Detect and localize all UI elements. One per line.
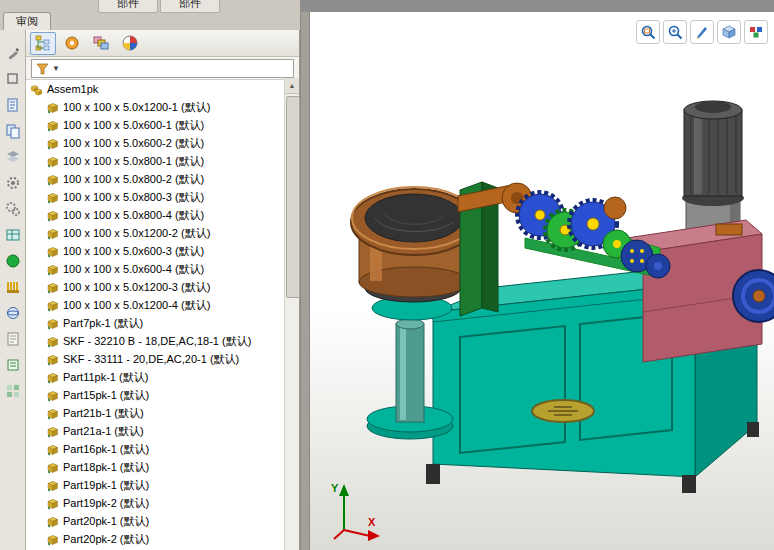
part-icon (46, 479, 59, 492)
tree-filter-dropdown[interactable]: ▼ (31, 59, 294, 78)
tree-item-label: 100 x 100 x 5.0x600-4 (默认) (63, 262, 204, 277)
gear-icon[interactable] (4, 174, 22, 192)
component-button[interactable]: 部件 (160, 0, 220, 13)
tree-item[interactable]: 100 x 100 x 5.0x800-3 (默认) (26, 188, 284, 206)
tree-item[interactable]: Part19pk-1 (默认) (26, 476, 284, 494)
tab-review[interactable]: 审阅 (3, 12, 51, 30)
scrollbar-thumb[interactable] (286, 96, 300, 298)
part-icon (46, 101, 59, 114)
part-icon (46, 317, 59, 330)
tree-item-list: 100 x 100 x 5.0x1200-1 (默认) 100 x 100 x … (26, 98, 284, 548)
part-icon (46, 425, 59, 438)
part-icon (46, 461, 59, 474)
note-icon[interactable] (4, 330, 22, 348)
tree-scrollbar[interactable]: ▲ (284, 78, 299, 550)
tree-item-label: 100 x 100 x 5.0x600-3 (默认) (63, 244, 204, 259)
tree-item[interactable]: 100 x 100 x 5.0x1200-3 (默认) (26, 278, 284, 296)
viewport-top-strip (300, 0, 774, 12)
view-orientation-icon[interactable] (717, 20, 741, 44)
gear-train[interactable] (502, 183, 670, 278)
tree-item[interactable]: Part20pk-1 (默认) (26, 512, 284, 530)
assembly-icon (30, 83, 43, 96)
tree-item[interactable]: 100 x 100 x 5.0x1200-1 (默认) (26, 98, 284, 116)
tree-item[interactable]: 100 x 100 x 5.0x600-2 (默认) (26, 134, 284, 152)
part-icon (46, 497, 59, 510)
sphere-icon[interactable] (4, 304, 22, 322)
layers-icon[interactable] (4, 148, 22, 166)
part-icon (46, 443, 59, 456)
zoom-to-area-icon[interactable] (636, 20, 660, 44)
featuremanager-panel: ▼ Assem1pk 100 x 100 x 5.0x1200-1 (26, 30, 300, 550)
tree-item[interactable]: 100 x 100 x 5.0x600-1 (默认) (26, 116, 284, 134)
tree-filter-row: ▼ (26, 57, 299, 80)
panel-tab-bar (26, 30, 299, 57)
tree-item[interactable]: Part16pk-1 (默认) (26, 440, 284, 458)
tree-item[interactable]: SKF - 32210 B - 18,DE,AC,18-1 (默认) (26, 332, 284, 350)
configurationmanager-icon[interactable] (88, 32, 114, 55)
chevron-down-icon: ▼ (52, 64, 60, 73)
top-toolbar-area: 部件 部件 审阅 (0, 0, 310, 31)
graphics-viewport[interactable]: Y X (310, 12, 774, 550)
scroll-up-arrow-icon[interactable]: ▲ (285, 78, 299, 94)
tree-item[interactable]: Part21b-1 (默认) (26, 404, 284, 422)
filter-funnel-icon (36, 62, 49, 75)
tree-item[interactable]: 100 x 100 x 5.0x1200-4 (默认) (26, 296, 284, 314)
tree-item-label: 100 x 100 x 5.0x600-1 (默认) (63, 118, 204, 133)
tree-item[interactable]: 100 x 100 x 5.0x800-1 (默认) (26, 152, 284, 170)
displaymanager-icon[interactable] (117, 32, 143, 55)
part-icon (46, 299, 59, 312)
propertymanager-icon[interactable] (59, 32, 85, 55)
gears-icon[interactable] (4, 200, 22, 218)
pulley-wheel[interactable] (733, 270, 774, 322)
tree-item[interactable]: Part20pk-2 (默认) (26, 530, 284, 548)
y-axis-label: Y (331, 482, 339, 494)
tree-item[interactable]: Part7pk-1 (默认) (26, 314, 284, 332)
tree-root-item[interactable]: Assem1pk (26, 80, 284, 98)
tree-item-label: 100 x 100 x 5.0x800-4 (默认) (63, 208, 204, 223)
part-icon (46, 407, 59, 420)
coordinate-triad[interactable]: Y X (328, 478, 386, 544)
machine-assembly-render[interactable] (310, 12, 774, 550)
record-icon[interactable] (4, 252, 22, 270)
part-icon (46, 281, 59, 294)
part-icon (46, 137, 59, 150)
copy-icon[interactable] (4, 122, 22, 140)
tree-item[interactable]: Part11pk-1 (默认) (26, 368, 284, 386)
tree-item-label: 100 x 100 x 5.0x1200-4 (默认) (63, 298, 210, 313)
tree-item-label: 100 x 100 x 5.0x1200-2 (默认) (63, 226, 210, 241)
memo-icon[interactable] (4, 356, 22, 374)
tree-item[interactable]: 100 x 100 x 5.0x600-3 (默认) (26, 242, 284, 260)
table-icon[interactable] (4, 226, 22, 244)
part-icon (46, 191, 59, 204)
tree-item-label: 100 x 100 x 5.0x1200-3 (默认) (63, 280, 210, 295)
featuremanager-tree-icon[interactable] (30, 32, 56, 55)
motor[interactable] (682, 101, 744, 234)
feature-tree: Assem1pk 100 x 100 x 5.0x1200-1 (默认) (26, 78, 284, 550)
document-icon[interactable] (4, 96, 22, 114)
tree-item[interactable]: Part21a-1 (默认) (26, 422, 284, 440)
component-button[interactable]: 部件 (98, 0, 158, 13)
tree-item[interactable]: Part18pk-1 (默认) (26, 458, 284, 476)
tree-root-label: Assem1pk (47, 83, 98, 95)
view-settings-icon[interactable] (690, 20, 714, 44)
part-icon (46, 533, 59, 546)
part-icon (46, 335, 59, 348)
tree-item-label: 100 x 100 x 5.0x800-3 (默认) (63, 190, 204, 205)
zoom-to-fit-icon[interactable] (663, 20, 687, 44)
tree-item[interactable]: 100 x 100 x 5.0x800-4 (默认) (26, 206, 284, 224)
pencil-icon[interactable] (4, 44, 22, 62)
panel-splitter[interactable] (300, 12, 310, 550)
tree-item[interactable]: Part15pk-1 (默认) (26, 386, 284, 404)
tree-item[interactable]: 100 x 100 x 5.0x800-2 (默认) (26, 170, 284, 188)
display-style-icon[interactable] (744, 20, 768, 44)
tree-item-label: Part20pk-1 (默认) (63, 514, 149, 529)
tree-item-label: Part19pk-1 (默认) (63, 478, 149, 493)
tree-item[interactable]: 100 x 100 x 5.0x1200-2 (默认) (26, 224, 284, 242)
grid-icon[interactable] (4, 382, 22, 400)
shapes-icon[interactable] (4, 70, 22, 88)
tree-item[interactable]: SKF - 33111 - 20,DE,AC,20-1 (默认) (26, 350, 284, 368)
tree-item[interactable]: Part19pk-2 (默认) (26, 494, 284, 512)
tree-item-label: Part7pk-1 (默认) (63, 316, 143, 331)
brush-icon[interactable] (4, 278, 22, 296)
tree-item[interactable]: 100 x 100 x 5.0x600-4 (默认) (26, 260, 284, 278)
